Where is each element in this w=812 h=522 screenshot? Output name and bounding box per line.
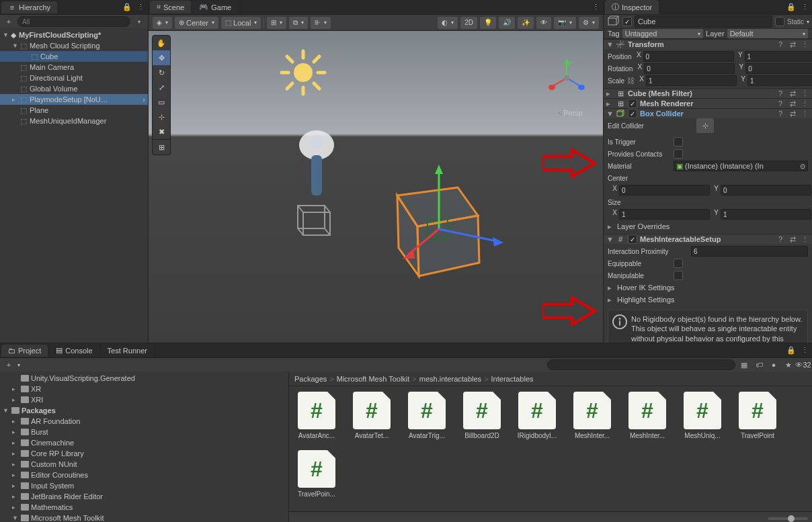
hierarchy-item[interactable]: ▼◆MyFirstCloudScripting* [0,30,148,40]
center-x[interactable] [619,185,710,195]
thumbnail-size-slider[interactable] [768,517,808,520]
mesh-renderer-enabled[interactable] [628,99,637,108]
folder-item[interactable]: ▸XR [0,384,288,394]
provides-contacts-checkbox[interactable] [674,149,683,159]
folder-item[interactable]: ▸Custom NUnit [0,459,288,470]
move-tool[interactable]: ✥ [153,50,170,65]
asset-item[interactable]: #AvatarAnc... [294,392,339,439]
static-checkbox[interactable] [775,17,784,26]
asset-item[interactable]: #Billboard2D [460,392,504,439]
add-button[interactable]: + [3,15,15,28]
asset-item[interactable]: #IRigidbodyI... [515,392,559,439]
static-dropdown[interactable]: ▾ [807,19,809,25]
center-y[interactable] [721,185,811,195]
layer-dropdown[interactable]: Default▾ [727,29,808,38]
tab-testrunner[interactable]: Test Runner [101,345,154,357]
search-dropdown[interactable]: ▾ [133,15,145,28]
project-search[interactable] [547,359,735,370]
breadcrumb[interactable]: Packages>Microsoft Mesh Toolkit>mesh.int… [289,372,812,386]
save-search[interactable]: ● [768,359,780,371]
lock-icon[interactable]: 🔒 [121,1,133,13]
hierarchy-item[interactable]: ⬚MeshUniqueIdManager [0,116,148,126]
hierarchy-item[interactable]: ▼⬚Mesh Cloud Scripting [0,40,148,51]
box-collider-enabled[interactable] [628,109,637,118]
snap-toggle[interactable]: ⧉▾ [289,17,308,29]
folder-item[interactable]: ▸Core RP Library [0,448,288,459]
preset-icon[interactable]: ⇄ [788,40,797,49]
breadcrumb-item[interactable]: mesh.interactables [419,375,481,383]
folder-item[interactable]: Unity.VisualScripting.Generated [0,373,288,384]
pivot-mode[interactable]: ⊕Center▾ [175,17,218,29]
scale-y[interactable] [747,75,812,86]
rotation-y[interactable] [745,63,812,74]
mesh-filter-header[interactable]: ▸⊞Cube (Mesh Filter)?⇄⋮ [604,88,812,98]
asset-item[interactable]: #TravelPoint [735,392,780,439]
mesh-renderer-header[interactable]: ▸⊞Mesh Renderer?⇄⋮ [604,98,812,108]
highlight-foldout[interactable]: Highlight Settings [617,296,675,304]
transform-header[interactable]: ▼ Transform ?⇄⋮ [604,39,812,49]
hidden-toggle[interactable]: 👁 [536,17,551,29]
space-mode[interactable]: ⬚Local▾ [221,17,261,29]
lock-icon[interactable]: 🔒 [785,1,797,13]
mesh-interactable-enabled[interactable] [628,234,637,244]
gameobject-name-field[interactable] [635,15,772,28]
edit-collider-button[interactable]: ⊹ [696,118,714,133]
add-button[interactable]: + [3,359,15,371]
menu-icon[interactable]: ⋮ [799,1,811,13]
lighting-toggle[interactable]: 💡 [480,17,496,29]
scene-viewport[interactable]: ✋ ✥ ↻ ⤢ ▭ ⊹ ✖ ⊞ [149,31,603,343]
camera-settings[interactable]: 📷▾ [554,17,576,29]
transform-tool[interactable]: ⊹ [153,110,170,124]
equippable-checkbox[interactable] [674,259,683,268]
layer-overrides-foldout[interactable]: Layer Overrides [617,222,669,230]
folder-item[interactable]: ▸XRI [0,394,288,405]
hierarchy-item[interactable]: ⬚Global Volume [0,83,148,94]
is-trigger-checkbox[interactable] [674,137,683,146]
tag-dropdown[interactable]: Untagged▾ [622,29,703,38]
asset-item[interactable]: #MeshInter... [570,392,614,439]
physic-material-field[interactable]: ▣(Instance) (Instance) (In⊙ [674,161,808,171]
menu-icon[interactable]: ⋮ [134,1,147,13]
orientation-gizmo[interactable]: y [546,58,587,98]
position-y[interactable] [745,51,812,62]
menu-icon[interactable]: ⋮ [590,1,602,13]
manipulable-checkbox[interactable] [674,271,683,280]
scale-tool[interactable]: ⤢ [153,80,170,95]
box-collider-header[interactable]: ▼Box Collider?⇄⋮ [604,108,812,118]
folder-item[interactable]: ▼Microsoft Mesh Toolkit [0,513,288,522]
rotate-tool[interactable]: ↻ [153,65,170,80]
perspective-label[interactable]: < Persp [558,109,583,117]
scale-x[interactable] [646,75,737,86]
asset-item[interactable]: #AvatarTet... [350,392,394,439]
asset-item[interactable]: #MeshUniq... [680,392,725,439]
increment-snap[interactable]: ⊪▾ [311,17,331,29]
breadcrumb-item[interactable]: Interactables [491,375,534,383]
audio-toggle[interactable]: 🔊 [499,17,515,29]
position-x[interactable] [643,51,734,62]
size-y[interactable] [721,209,811,220]
hover-ik-foldout[interactable]: Hover IK Settings [617,284,675,292]
gizmo-settings[interactable]: ⚙▾ [579,17,599,29]
folder-item[interactable]: ▸Mathematics [0,502,288,513]
hand-tool[interactable]: ✋ [153,36,170,50]
custom-tool[interactable]: ✖ [153,124,170,139]
help-icon[interactable]: ? [776,40,785,48]
breadcrumb-item[interactable]: Packages [294,375,327,383]
menu-icon[interactable]: ⋮ [799,345,811,357]
shading-mode[interactable]: ◈▾ [153,17,172,29]
folder-item[interactable]: ▸JetBrains Rider Editor [0,491,288,502]
asset-item[interactable]: #MeshInter... [625,392,669,439]
hierarchy-item[interactable]: ⬚Main Camera [0,62,148,73]
asset-item[interactable]: #TravelPoin... [294,450,339,498]
folder-item[interactable]: ▸AR Foundation [0,416,288,427]
tab-project[interactable]: 🗀 Project [1,345,48,357]
draw-mode[interactable]: ◐▾ [438,17,458,29]
rect-tool[interactable]: ▭ [153,95,170,110]
hierarchy-item[interactable]: ⬚Plane [0,105,148,116]
folder-item[interactable]: ▼Packages [0,405,288,416]
tab-inspector[interactable]: ⓘ Inspector [605,0,659,14]
breadcrumb-item[interactable]: Microsoft Mesh Toolkit [337,375,410,383]
interaction-proximity[interactable] [691,246,808,257]
favorite[interactable]: ★ [782,359,795,371]
fx-toggle[interactable]: ✨ [518,17,534,29]
